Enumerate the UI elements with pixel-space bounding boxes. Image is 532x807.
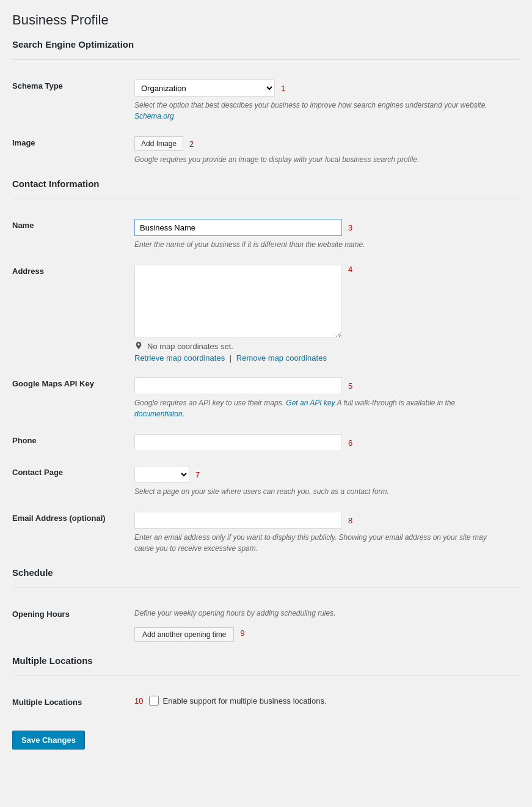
multiple-locations-checkbox-label: Enable support for multiple business loc… (162, 696, 326, 706)
schedule-form-table: Opening Hours Define your weekly opening… (12, 600, 520, 649)
map-link-separator: | (230, 353, 231, 363)
get-api-key-link[interactable]: Get an API key (286, 399, 335, 407)
name-input[interactable] (134, 219, 342, 236)
multiple-locations-row: Multiple Locations 10 Enable support for… (12, 688, 520, 716)
address-row: Address 4 No map coordinates set. Ret (12, 257, 520, 370)
phone-row: Phone 6 (12, 427, 520, 459)
image-description: Google requires you provide an image to … (134, 154, 501, 165)
google-maps-row: Google Maps API Key 5 Google requires an… (12, 370, 520, 427)
schema-type-description: Select the option that best describes yo… (134, 100, 501, 122)
map-links: Retrieve map coordinates | Remove map co… (134, 353, 520, 363)
contact-page-badge: 7 (195, 470, 200, 479)
save-changes-button[interactable]: Save Changes (12, 731, 85, 750)
documentation-link[interactable]: documentiaton (134, 410, 183, 418)
multiple-locations-divider (12, 676, 520, 676)
schema-org-link[interactable]: Schema.org (134, 112, 174, 120)
multiple-locations-checkbox[interactable] (149, 696, 159, 706)
email-label: Email Address (optional) (12, 514, 106, 523)
seo-divider (12, 59, 520, 60)
multiple-locations-section: Multiple Locations Multiple Locations 10… (12, 655, 520, 716)
schema-type-badge: 1 (281, 84, 285, 93)
schema-type-label: Schema Type (12, 81, 63, 90)
google-maps-label: Google Maps API Key (12, 379, 94, 388)
add-opening-time-button[interactable]: Add another opening time (134, 627, 234, 642)
schedule-section: Schedule Opening Hours Define your weekl… (12, 567, 520, 649)
save-changes-section: Save Changes (12, 731, 520, 750)
multiple-locations-badge: 10 (134, 696, 143, 706)
seo-form-table: Schema Type Organization Local Business … (12, 72, 520, 172)
address-badge: 4 (348, 265, 352, 274)
phone-badge: 6 (348, 438, 352, 448)
map-info: No map coordinates set. (134, 341, 520, 351)
phone-input[interactable] (134, 434, 342, 451)
email-row: Email Address (optional) 8 Enter an emai… (12, 504, 520, 561)
multiple-locations-form-table: Multiple Locations 10 Enable support for… (12, 688, 520, 716)
contact-page-select[interactable] (134, 466, 189, 483)
opening-hours-badge: 9 (240, 628, 244, 638)
seo-section-title: Search Engine Optimization (12, 39, 520, 50)
contact-divider (12, 199, 520, 199)
page-title: Business Profile (12, 12, 520, 28)
seo-section: Search Engine Optimization Schema Type O… (12, 39, 520, 172)
email-description: Enter an email address only if you want … (134, 532, 501, 554)
retrieve-map-link[interactable]: Retrieve map coordinates (134, 353, 225, 363)
image-badge: 2 (189, 139, 194, 149)
schedule-section-title: Schedule (12, 567, 520, 578)
schema-type-select[interactable]: Organization Local Business Person (134, 79, 275, 97)
contact-page-description: Select a page on your site where users c… (134, 486, 501, 497)
schedule-divider (12, 588, 520, 588)
google-maps-input[interactable] (134, 377, 342, 394)
add-image-button[interactable]: Add Image (134, 136, 183, 151)
address-textarea[interactable] (134, 265, 342, 338)
map-pin-icon (134, 341, 144, 351)
contact-section-title: Contact Information (12, 179, 520, 189)
remove-map-link[interactable]: Remove map coordinates (236, 353, 327, 363)
name-label: Name (12, 221, 34, 230)
map-no-coords-text: No map coordinates set. (147, 342, 233, 351)
opening-hours-label: Opening Hours (12, 610, 70, 619)
email-input[interactable] (134, 512, 342, 529)
contact-form-table: Name 3 Enter the name of your business i… (12, 212, 520, 561)
google-maps-badge: 5 (348, 381, 352, 391)
phone-label: Phone (12, 436, 37, 445)
contact-page-row: Contact Page 7 Select a page on your sit… (12, 459, 520, 504)
google-maps-description: Google requires an API key to use their … (134, 397, 501, 419)
multiple-locations-section-title: Multiple Locations (12, 655, 520, 666)
name-row: Name 3 Enter the name of your business i… (12, 212, 520, 257)
opening-hours-description: Define your weekly opening hours by addi… (134, 608, 501, 619)
schema-type-row: Schema Type Organization Local Business … (12, 72, 520, 129)
image-row: Image Add Image 2 Google requires you pr… (12, 129, 520, 172)
multiple-locations-label: Multiple Locations (12, 698, 82, 707)
name-description: Enter the name of your business if it is… (134, 239, 501, 250)
contact-page-label: Contact Page (12, 468, 63, 477)
address-label: Address (12, 267, 44, 276)
opening-hours-row: Opening Hours Define your weekly opening… (12, 600, 520, 649)
multiple-locations-checkbox-wrap: 10 Enable support for multiple business … (134, 696, 520, 706)
name-badge: 3 (348, 223, 352, 232)
email-badge: 8 (348, 516, 352, 525)
image-label: Image (12, 138, 35, 147)
contact-section: Contact Information Name 3 Enter the nam… (12, 179, 520, 561)
